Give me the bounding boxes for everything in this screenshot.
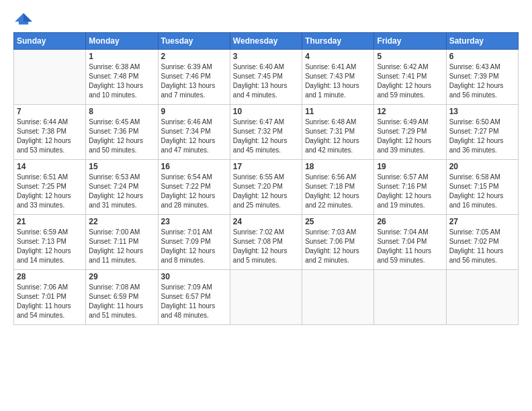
calendar-header: SundayMondayTuesdayWednesdayThursdayFrid…	[14, 33, 519, 50]
calendar-cell: 29Sunrise: 7:08 AM Sunset: 6:59 PM Dayli…	[86, 270, 158, 325]
day-info: Sunrise: 7:09 AM Sunset: 6:57 PM Dayligh…	[161, 283, 227, 320]
day-number: 15	[89, 162, 154, 171]
day-number: 25	[305, 217, 371, 226]
calendar-cell: 24Sunrise: 7:02 AM Sunset: 7:08 PM Dayli…	[230, 215, 302, 270]
weekday-header: Saturday	[446, 33, 518, 50]
day-number: 14	[17, 162, 83, 171]
calendar-cell: 22Sunrise: 7:00 AM Sunset: 7:11 PM Dayli…	[86, 215, 158, 270]
day-info: Sunrise: 6:57 AM Sunset: 7:16 PM Dayligh…	[377, 173, 443, 210]
calendar-cell: 16Sunrise: 6:54 AM Sunset: 7:22 PM Dayli…	[158, 160, 230, 215]
calendar-body: 1Sunrise: 6:38 AM Sunset: 7:48 PM Daylig…	[14, 50, 519, 325]
day-number: 7	[17, 107, 83, 116]
calendar-cell: 2Sunrise: 6:39 AM Sunset: 7:46 PM Daylig…	[158, 50, 230, 105]
day-number: 1	[89, 52, 154, 61]
calendar-cell	[374, 270, 446, 325]
calendar-cell	[446, 270, 518, 325]
day-info: Sunrise: 6:53 AM Sunset: 7:24 PM Dayligh…	[89, 173, 154, 210]
day-number: 13	[449, 107, 515, 116]
day-number: 3	[233, 52, 299, 61]
logo	[13, 12, 36, 26]
day-info: Sunrise: 7:02 AM Sunset: 7:08 PM Dayligh…	[233, 228, 299, 265]
day-number: 21	[17, 217, 83, 226]
weekday-header: Sunday	[14, 33, 86, 50]
day-info: Sunrise: 6:49 AM Sunset: 7:29 PM Dayligh…	[377, 118, 443, 155]
calendar-cell	[14, 50, 86, 105]
day-number: 16	[161, 162, 227, 171]
header	[13, 12, 519, 26]
day-number: 10	[233, 107, 299, 116]
day-info: Sunrise: 7:04 AM Sunset: 7:04 PM Dayligh…	[377, 228, 443, 265]
calendar-cell: 18Sunrise: 6:56 AM Sunset: 7:18 PM Dayli…	[302, 160, 374, 215]
calendar-cell: 30Sunrise: 7:09 AM Sunset: 6:57 PM Dayli…	[158, 270, 230, 325]
calendar-cell: 17Sunrise: 6:55 AM Sunset: 7:20 PM Dayli…	[230, 160, 302, 215]
day-info: Sunrise: 6:42 AM Sunset: 7:41 PM Dayligh…	[377, 62, 443, 100]
calendar-cell: 8Sunrise: 6:45 AM Sunset: 7:36 PM Daylig…	[86, 105, 158, 160]
svg-marker-1	[24, 13, 32, 21]
day-info: Sunrise: 7:01 AM Sunset: 7:09 PM Dayligh…	[161, 228, 227, 265]
day-info: Sunrise: 6:58 AM Sunset: 7:15 PM Dayligh…	[449, 173, 515, 210]
day-info: Sunrise: 7:05 AM Sunset: 7:02 PM Dayligh…	[449, 228, 515, 265]
calendar-cell: 10Sunrise: 6:47 AM Sunset: 7:32 PM Dayli…	[230, 105, 302, 160]
calendar-cell: 4Sunrise: 6:41 AM Sunset: 7:43 PM Daylig…	[302, 50, 374, 105]
day-number: 11	[305, 107, 371, 116]
page: SundayMondayTuesdayWednesdayThursdayFrid…	[0, 0, 532, 332]
calendar-cell: 6Sunrise: 6:43 AM Sunset: 7:39 PM Daylig…	[446, 50, 518, 105]
calendar-cell: 15Sunrise: 6:53 AM Sunset: 7:24 PM Dayli…	[86, 160, 158, 215]
day-number: 24	[233, 217, 299, 226]
calendar-week-row: 7Sunrise: 6:44 AM Sunset: 7:38 PM Daylig…	[14, 105, 519, 160]
day-number: 4	[305, 52, 371, 61]
calendar-cell: 26Sunrise: 7:04 AM Sunset: 7:04 PM Dayli…	[374, 215, 446, 270]
day-info: Sunrise: 6:40 AM Sunset: 7:45 PM Dayligh…	[233, 62, 299, 100]
calendar-week-row: 1Sunrise: 6:38 AM Sunset: 7:48 PM Daylig…	[14, 50, 519, 105]
calendar-week-row: 28Sunrise: 7:06 AM Sunset: 7:01 PM Dayli…	[14, 270, 519, 325]
day-info: Sunrise: 6:51 AM Sunset: 7:25 PM Dayligh…	[17, 173, 83, 210]
day-number: 2	[161, 52, 227, 61]
calendar-cell: 7Sunrise: 6:44 AM Sunset: 7:38 PM Daylig…	[14, 105, 86, 160]
calendar-cell: 21Sunrise: 6:59 AM Sunset: 7:13 PM Dayli…	[14, 215, 86, 270]
weekday-header: Thursday	[302, 33, 374, 50]
day-number: 22	[89, 217, 154, 226]
day-info: Sunrise: 7:06 AM Sunset: 7:01 PM Dayligh…	[17, 283, 83, 320]
calendar-cell: 11Sunrise: 6:48 AM Sunset: 7:31 PM Dayli…	[302, 105, 374, 160]
calendar-cell: 19Sunrise: 6:57 AM Sunset: 7:16 PM Dayli…	[374, 160, 446, 215]
day-info: Sunrise: 6:54 AM Sunset: 7:22 PM Dayligh…	[161, 173, 227, 210]
day-info: Sunrise: 7:00 AM Sunset: 7:11 PM Dayligh…	[89, 228, 154, 265]
calendar-cell: 1Sunrise: 6:38 AM Sunset: 7:48 PM Daylig…	[86, 50, 158, 105]
day-number: 9	[161, 107, 227, 116]
day-number: 8	[89, 107, 154, 116]
day-info: Sunrise: 6:46 AM Sunset: 7:34 PM Dayligh…	[161, 118, 227, 155]
weekday-header: Tuesday	[158, 33, 230, 50]
calendar-cell: 5Sunrise: 6:42 AM Sunset: 7:41 PM Daylig…	[374, 50, 446, 105]
day-info: Sunrise: 6:41 AM Sunset: 7:43 PM Dayligh…	[305, 62, 371, 100]
day-info: Sunrise: 7:08 AM Sunset: 6:59 PM Dayligh…	[89, 283, 154, 320]
day-info: Sunrise: 6:44 AM Sunset: 7:38 PM Dayligh…	[17, 118, 83, 155]
day-number: 5	[377, 52, 443, 61]
calendar: SundayMondayTuesdayWednesdayThursdayFrid…	[13, 32, 519, 325]
day-number: 18	[305, 162, 371, 171]
calendar-cell: 9Sunrise: 6:46 AM Sunset: 7:34 PM Daylig…	[158, 105, 230, 160]
day-info: Sunrise: 6:56 AM Sunset: 7:18 PM Dayligh…	[305, 173, 371, 210]
day-info: Sunrise: 6:47 AM Sunset: 7:32 PM Dayligh…	[233, 118, 299, 155]
weekday-row: SundayMondayTuesdayWednesdayThursdayFrid…	[14, 33, 519, 50]
day-number: 29	[89, 272, 154, 281]
calendar-week-row: 21Sunrise: 6:59 AM Sunset: 7:13 PM Dayli…	[14, 215, 519, 270]
day-number: 23	[161, 217, 227, 226]
calendar-cell: 25Sunrise: 7:03 AM Sunset: 7:06 PM Dayli…	[302, 215, 374, 270]
day-number: 26	[377, 217, 443, 226]
day-number: 27	[449, 217, 515, 226]
day-info: Sunrise: 6:38 AM Sunset: 7:48 PM Dayligh…	[89, 62, 154, 100]
day-info: Sunrise: 6:45 AM Sunset: 7:36 PM Dayligh…	[89, 118, 154, 155]
weekday-header: Monday	[86, 33, 158, 50]
calendar-cell: 28Sunrise: 7:06 AM Sunset: 7:01 PM Dayli…	[14, 270, 86, 325]
calendar-cell: 20Sunrise: 6:58 AM Sunset: 7:15 PM Dayli…	[446, 160, 518, 215]
calendar-cell	[230, 270, 302, 325]
calendar-cell	[302, 270, 374, 325]
calendar-cell: 14Sunrise: 6:51 AM Sunset: 7:25 PM Dayli…	[14, 160, 86, 215]
day-number: 17	[233, 162, 299, 171]
day-number: 30	[161, 272, 227, 281]
calendar-cell: 13Sunrise: 6:50 AM Sunset: 7:27 PM Dayli…	[446, 105, 518, 160]
calendar-week-row: 14Sunrise: 6:51 AM Sunset: 7:25 PM Dayli…	[14, 160, 519, 215]
calendar-cell: 27Sunrise: 7:05 AM Sunset: 7:02 PM Dayli…	[446, 215, 518, 270]
calendar-cell: 3Sunrise: 6:40 AM Sunset: 7:45 PM Daylig…	[230, 50, 302, 105]
day-info: Sunrise: 6:55 AM Sunset: 7:20 PM Dayligh…	[233, 173, 299, 210]
